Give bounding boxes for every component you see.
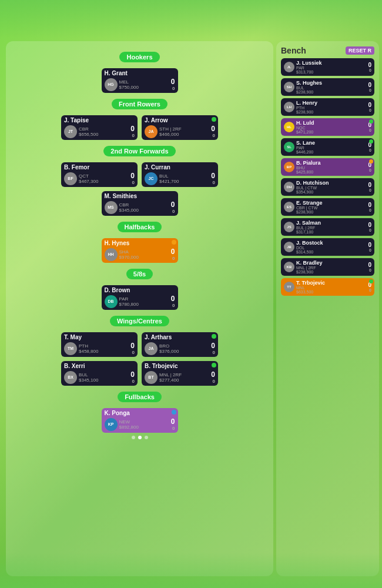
player-team: BUL <box>159 173 211 179</box>
bench-player-price: $317,100 <box>296 230 368 234</box>
bench-player-team: DOL <box>296 246 368 250</box>
blue-icon <box>369 279 373 283</box>
player-d-brown[interactable]: D. Brown DB PAR $780,800 0 0 <box>102 285 178 310</box>
bench-player-price: $238,900 <box>296 270 368 274</box>
player-team: BRO <box>159 343 211 349</box>
bench-s-lane[interactable]: SL S. Lane PAR $446,200 00 <box>281 138 374 156</box>
player-h-grant[interactable]: H. Grant HG MEL $750,000 0 0 <box>102 68 178 93</box>
reset-button[interactable]: RESET R <box>346 46 374 55</box>
bench-avatar: SL <box>284 142 294 152</box>
player-team: CBR <box>79 126 130 132</box>
5-8s-label: 5/8s <box>126 269 153 279</box>
player-k-ponga[interactable]: K. Ponga KP NEW $892,800 0 0 <box>102 408 178 433</box>
player-price: $376,000 <box>159 349 211 354</box>
bench-player-name: J. Salman <box>296 220 368 226</box>
player-avatar: DB <box>105 295 118 308</box>
bench-title-row: Bench RESET R <box>281 46 374 55</box>
bench-player-name: D. Hutchison <box>296 180 368 186</box>
player-name: T. May <box>64 334 135 340</box>
dot[interactable] <box>132 436 135 439</box>
bench-avatar: ES <box>284 202 294 212</box>
player-j-arthars[interactable]: J. Arthars JA BRO $376,000 0 0 <box>142 332 218 357</box>
player-avatar: HH <box>105 248 118 261</box>
player-j-tapise[interactable]: J. Tapise JT CBR $656,500 0 0 <box>61 115 138 140</box>
bench-avatar: BP <box>284 162 294 172</box>
bench-avatar: JB <box>284 242 294 252</box>
bench-panel: Bench RESET R JL J. Lussiek PAR $313,700… <box>276 41 379 576</box>
wings-row2: B. Xerri BX BUL $345,100 0 0 B. Trbojevi… <box>12 360 267 387</box>
bench-player-team: PTH <box>296 106 368 110</box>
player-name: H. Grant <box>105 70 175 76</box>
halfbacks-header: Halfbacks <box>12 219 267 235</box>
bench-d-hutchison[interactable]: DH D. Hutchison BUL | CTW $354,900 00 <box>281 178 374 196</box>
player-b-xerri[interactable]: B. Xerri BX BUL $345,100 0 0 <box>61 361 138 386</box>
bench-avatar: JL <box>284 62 294 72</box>
bench-b-pialura[interactable]: BP B. Pialura BHU $425,800 00 <box>281 158 374 176</box>
player-name: B. Trbojevic <box>145 363 215 369</box>
player-t-may[interactable]: T. May TM PTH $458,800 0 0 <box>61 332 138 357</box>
front-rowers-header: Front Rowers <box>12 96 267 112</box>
bench-player-price: $238,900 <box>296 110 368 114</box>
hookers-header: Hookers <box>12 49 267 65</box>
fullbacks-header: Fullbacks <box>12 389 267 405</box>
player-m-smithies[interactable]: M. Smithies MS CBR $345,000 0 0 <box>102 191 178 216</box>
player-price: $466,000 <box>159 132 211 137</box>
orange-icon <box>369 159 373 163</box>
bench-t-trbojevic[interactable]: TT T. Trbojevic MNL $633,500 00 <box>281 278 374 296</box>
player-b-trbojevic[interactable]: B. Trbojevic BT MNL | 2RF $277,400 0 0 <box>142 361 218 386</box>
bench-player-price: $633,500 <box>296 290 368 294</box>
bench-player-team: MNL <box>296 286 368 290</box>
bench-player-name: S. Lane <box>296 140 368 146</box>
halfbacks-row: H. Hynes HH SHA $970,000 0 0 <box>12 237 267 264</box>
player-avatar: HG <box>105 78 118 91</box>
bench-player-team: PAR <box>296 146 368 150</box>
blue-icon <box>369 119 373 123</box>
dot[interactable] <box>145 436 148 439</box>
player-avatar: JT <box>64 125 77 138</box>
blue-icon <box>172 410 176 415</box>
bench-player-team: BUL | 2RF <box>296 226 368 230</box>
bench-l-henry[interactable]: LH L. Henry PTH $238,900 00 <box>281 98 374 116</box>
player-team: MNL | 2RF <box>159 372 211 377</box>
wings-label: Wings/Centres <box>110 316 169 326</box>
player-avatar: JA <box>145 342 158 355</box>
player-h-hynes[interactable]: H. Hynes HH SHA $970,000 0 0 <box>102 238 178 263</box>
bench-avatar: KB <box>284 262 294 272</box>
player-team: MEL <box>119 79 171 85</box>
main-field: Hookers H. Grant HG MEL $750,000 0 0 Fro… <box>6 41 273 576</box>
wings-header: Wings/Centres <box>12 313 267 329</box>
player-team: PTH <box>79 343 130 349</box>
bench-player-price: $446,200 <box>296 150 368 154</box>
dot-active[interactable] <box>138 436 142 439</box>
bench-j-lussiek[interactable]: JL J. Lussiek PAR $313,700 00 <box>281 58 374 76</box>
player-j-arrow[interactable]: J. Arrow JA STH | 2RF $466,000 0 0 <box>142 115 218 140</box>
player-price: $750,000 <box>119 85 171 90</box>
bench-player-price: $238,900 <box>296 210 368 214</box>
player-name: J. Arthars <box>145 334 215 340</box>
hookers-label: Hookers <box>119 52 159 62</box>
2nd-row-single: M. Smithies MS CBR $345,000 0 0 <box>12 190 267 217</box>
score1: 0 <box>171 78 175 86</box>
player-j-curran[interactable]: J. Curran JC BUL $421,700 0 0 <box>142 162 218 187</box>
bench-e-strange[interactable]: ES E. Strange CBR | CTW $238,900 00 <box>281 198 374 216</box>
front-rowers-row: J. Tapise JT CBR $656,500 0 0 J. Arrow J… <box>12 114 267 141</box>
bench-s-hughes[interactable]: SH S. Hughes BUL $238,900 00 <box>281 78 374 96</box>
player-b-femor[interactable]: B. Femor BF QCT $467,300 0 0 <box>61 162 138 187</box>
bench-player-name: L. Henry <box>296 100 368 106</box>
bench-j-bostock[interactable]: JB J. Bostock DOL $314,500 00 <box>281 238 374 256</box>
player-price: $345,000 <box>119 208 171 213</box>
bench-player-price: $471,200 <box>296 130 368 134</box>
bench-h-luld[interactable]: HL H. Luld NQC $471,200 00 <box>281 118 374 136</box>
player-price: $467,300 <box>79 179 130 184</box>
player-name: H. Hynes <box>105 240 175 246</box>
bench-player-team: BHU <box>296 166 368 170</box>
bench-j-salman[interactable]: JS J. Salman BUL | 2RF $317,100 00 <box>281 218 374 236</box>
bench-k-bradley[interactable]: KB K. Bradley MNL | 2RF $238,900 00 <box>281 258 374 276</box>
front-rowers-label: Front Rowers <box>112 99 167 109</box>
bench-player-price: $313,700 <box>296 70 368 74</box>
bench-avatar: TT <box>284 282 294 292</box>
bench-player-team: BUL | CTW <box>296 186 368 190</box>
player-price: $656,500 <box>79 132 130 137</box>
player-team: CBR <box>119 202 171 208</box>
player-price: $277,400 <box>159 377 211 383</box>
